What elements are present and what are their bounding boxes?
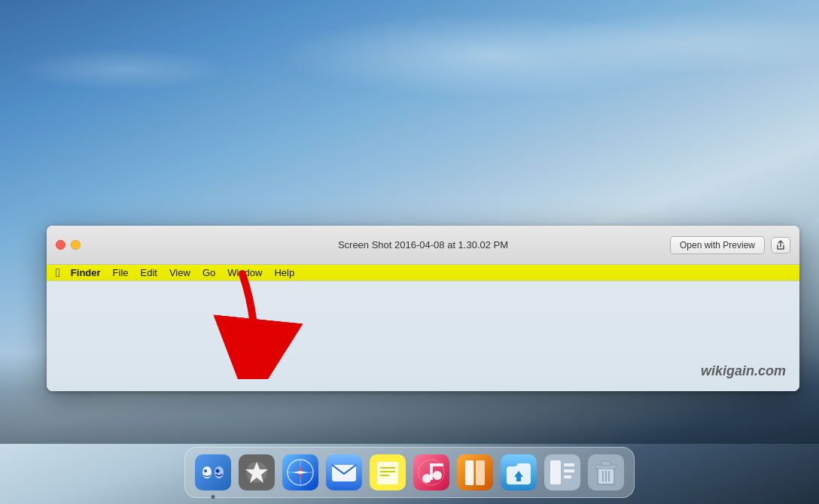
svg-rect-34 xyxy=(544,454,580,490)
finder-window: Screen Shot 2016-04-08 at 1.30.02 PM Ope… xyxy=(47,226,799,391)
dock-item-downloads[interactable] xyxy=(498,452,539,493)
dock-item-safari[interactable] xyxy=(280,452,321,493)
svg-point-5 xyxy=(216,469,220,473)
safari-icon xyxy=(282,454,318,490)
dock-item-notes[interactable] xyxy=(367,452,408,493)
finder-icon xyxy=(195,454,231,490)
menu-item-finder[interactable]: Finder xyxy=(65,265,107,281)
svg-rect-1 xyxy=(195,454,231,490)
window-controls xyxy=(56,240,81,250)
watermark: wikigain.com xyxy=(701,363,786,379)
window-titlebar: Screen Shot 2016-04-08 at 1.30.02 PM Ope… xyxy=(47,226,799,265)
dock-item-sidebar[interactable] xyxy=(542,452,583,493)
svg-rect-30 xyxy=(476,460,485,485)
trash-icon xyxy=(588,454,624,490)
dock-item-itunes[interactable] xyxy=(411,452,452,493)
svg-rect-29 xyxy=(465,460,474,485)
svg-rect-18 xyxy=(377,462,398,484)
svg-rect-38 xyxy=(564,475,571,478)
dock-item-finder[interactable] xyxy=(193,452,233,493)
svg-rect-35 xyxy=(550,460,561,484)
window-actions: Open with Preview xyxy=(670,236,790,254)
window-title: Screen Shot 2016-04-08 at 1.30.02 PM xyxy=(338,239,508,250)
window-content xyxy=(47,281,799,391)
svg-rect-27 xyxy=(430,463,443,466)
notes-icon xyxy=(370,454,406,490)
ibooks-icon xyxy=(457,454,493,490)
mail-icon xyxy=(326,454,362,490)
launchpad-icon xyxy=(239,454,275,490)
svg-rect-36 xyxy=(564,463,574,466)
annotation-arrow xyxy=(212,266,303,379)
menu-item-edit[interactable]: Edit xyxy=(135,265,163,281)
menu-item-apple[interactable]:  xyxy=(51,265,65,281)
share-icon xyxy=(776,240,785,250)
svg-rect-28 xyxy=(457,454,493,490)
svg-rect-42 xyxy=(601,461,610,466)
menu-item-file[interactable]: File xyxy=(107,265,135,281)
sidebar-icon xyxy=(544,454,580,490)
svg-point-4 xyxy=(204,469,207,472)
svg-point-25 xyxy=(433,471,442,480)
downloads-icon xyxy=(501,454,537,490)
dock-item-trash[interactable] xyxy=(586,452,626,493)
window-minimize-button[interactable] xyxy=(71,240,81,250)
dock-finder-dot xyxy=(212,495,215,499)
dock xyxy=(184,447,635,498)
dock-item-mail[interactable] xyxy=(324,452,364,493)
share-button[interactable] xyxy=(771,237,790,254)
svg-point-3 xyxy=(215,466,224,478)
menu-item-view[interactable]: View xyxy=(163,265,196,281)
window-close-button[interactable] xyxy=(56,240,65,250)
dock-item-ibooks[interactable] xyxy=(455,452,495,493)
menu-bar:  Finder File Edit View Go Window Help xyxy=(47,265,799,281)
open-with-preview-button[interactable]: Open with Preview xyxy=(670,236,765,254)
dock-item-launchpad[interactable] xyxy=(236,452,277,493)
svg-rect-37 xyxy=(564,469,574,472)
itunes-icon xyxy=(413,454,449,490)
